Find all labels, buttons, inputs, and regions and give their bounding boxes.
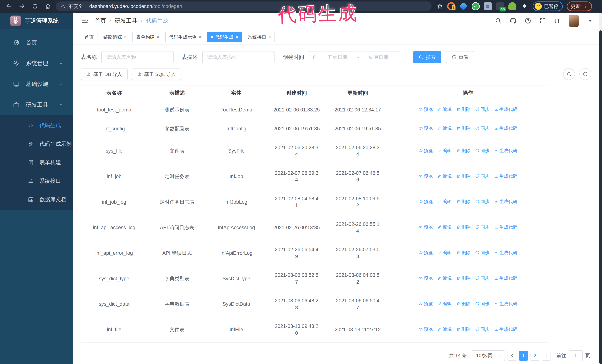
header-search-icon[interactable] [495,17,502,24]
tab-4[interactable]: 代码生成 × [207,32,242,42]
action-generate-link[interactable]: 生成代码 [494,275,517,281]
action-generate-link[interactable]: 生成代码 [494,198,517,205]
sidebar-subitem-0[interactable]: 代码生成 [0,116,73,135]
date-range-picker[interactable]: 开始日期 - 结束日期 [309,51,399,63]
action-generate-link[interactable]: 生成代码 [494,125,517,131]
table-row[interactable]: inf_config 参数配置表 InfConfig 2021-02-06 19… [81,119,548,138]
table-row[interactable]: sys_file 文件表 SysFile 2021-02-06 20:28:3 … [81,138,548,164]
sidebar-logo-row[interactable]: 芋道管理系统 [0,13,73,29]
sidebar-item-1[interactable]: 系统管理 [0,53,73,74]
sidebar-item-0[interactable]: 首页 [0,32,73,53]
action-preview-link[interactable]: 预览 [419,224,433,230]
browser-forward-button[interactable] [17,1,27,11]
table-desc-input[interactable] [202,51,275,63]
action-delete-link[interactable]: 删除 [456,250,471,256]
help-icon[interactable] [525,17,531,24]
action-delete-link[interactable]: 删除 [456,224,471,230]
next-page-button[interactable] [542,351,551,361]
page-number-button[interactable]: 2 [530,351,539,361]
action-delete-link[interactable]: 删除 [456,198,471,205]
sidebar-subitem-2[interactable]: 表单构建 [0,153,73,172]
action-preview-link[interactable]: 预览 [419,250,433,256]
action-sync-link[interactable]: 同步 [475,198,490,205]
action-edit-link[interactable]: 编辑 [437,326,452,332]
action-edit-link[interactable]: 编辑 [437,250,452,256]
extension-icon-6[interactable] [508,2,516,10]
action-sync-link[interactable]: 同步 [475,326,490,332]
site-security-label[interactable]: 不安全 [68,3,83,10]
action-generate-link[interactable]: 生成代码 [494,147,517,154]
url-bar[interactable]: 不安全 dashboard.yudao.iocoder.cn/tool/code… [55,1,431,11]
tab-2[interactable]: 表单构建 × [132,32,163,42]
sidebar-toggle-hamburger-icon[interactable] [81,17,88,24]
action-delete-link[interactable]: 删除 [456,125,471,131]
tab-0[interactable]: 首页 [81,32,97,42]
scrollbar-track[interactable] [599,13,602,364]
table-row[interactable]: inf_file 文件表 InfFile 2021-03-13 09:43:2 … [81,317,548,343]
end-date-placeholder[interactable]: 结束日期 [362,54,395,61]
extension-icon-5[interactable]: on [496,2,504,10]
browser-update-button[interactable]: 更新 [567,1,592,11]
action-edit-link[interactable]: 编辑 [437,147,452,154]
action-edit-link[interactable]: 编辑 [437,106,452,112]
fullscreen-icon[interactable] [539,17,546,24]
table-row[interactable]: sys_dict_type 字典类型表 SysDictType 2021-03-… [81,266,548,291]
action-sync-link[interactable]: 同步 [475,106,490,112]
toggle-search-button[interactable] [563,68,575,80]
tab-1[interactable]: 链路追踪 × [100,32,130,42]
url-text[interactable]: dashboard.yudao.iocoder.cn/tool/codegen [89,3,182,9]
search-button[interactable]: 搜索 [413,51,441,63]
table-row[interactable]: inf_job 定时任务表 InfJob 2021-02-07 06:39:3 … [81,164,548,189]
start-date-placeholder[interactable]: 开始日期 [321,54,354,61]
scrollbar-thumb[interactable] [599,30,602,364]
action-preview-link[interactable]: 预览 [419,173,433,179]
action-generate-link[interactable]: 生成代码 [494,106,517,112]
import-sql-button[interactable]: 基于 SQL 导入 [132,69,181,80]
action-generate-link[interactable]: 生成代码 [494,224,517,230]
action-edit-link[interactable]: 编辑 [437,125,452,131]
extension-icon-3[interactable] [472,2,480,10]
action-sync-link[interactable]: 同步 [475,301,490,307]
action-preview-link[interactable]: 预览 [419,301,433,307]
action-edit-link[interactable]: 编辑 [437,275,452,281]
browser-menu-dots-icon[interactable] [583,4,588,9]
table-row[interactable]: inf_api_error_log API 错误日志 InfApiErrorLo… [81,240,548,266]
action-generate-link[interactable]: 生成代码 [494,326,517,332]
tab-5[interactable]: 系统接口 × [244,32,275,42]
avatar-caret-down-icon[interactable] [587,17,593,24]
close-tab-icon[interactable]: × [269,35,271,40]
action-delete-link[interactable]: 删除 [456,106,471,112]
sidebar-subitem-3[interactable]: 系统接口 [0,172,73,190]
action-delete-link[interactable]: 删除 [456,173,471,179]
action-preview-link[interactable]: 预览 [419,147,433,154]
sidebar-item-2[interactable]: 基础设施 [0,74,73,94]
action-sync-link[interactable]: 同步 [475,224,490,230]
action-edit-link[interactable]: 编辑 [437,301,452,307]
refresh-table-button[interactable] [580,68,591,80]
action-delete-link[interactable]: 删除 [456,326,471,332]
reset-button[interactable]: 重置 [446,51,474,63]
action-preview-link[interactable]: 预览 [419,326,433,332]
table-name-input[interactable] [101,51,173,63]
table-row[interactable]: tool_test_demo 测试示例表 ToolTestDemo 2021-0… [81,100,548,119]
page-size-select[interactable]: 10条/页 [472,350,505,361]
sidebar-item-3[interactable]: 研发工具 [0,94,73,115]
close-tab-icon[interactable]: × [236,35,238,40]
action-preview-link[interactable]: 预览 [419,198,433,205]
action-edit-link[interactable]: 编辑 [437,198,452,205]
goto-page-input[interactable] [569,350,583,361]
close-tab-icon[interactable]: × [124,35,127,40]
action-generate-link[interactable]: 生成代码 [494,173,517,179]
sidebar-subitem-4[interactable]: 数据库文档 [0,190,73,209]
action-preview-link[interactable]: 预览 [419,125,433,131]
action-sync-link[interactable]: 同步 [475,275,490,281]
action-sync-link[interactable]: 同步 [475,173,490,179]
action-sync-link[interactable]: 同步 [475,250,490,256]
bookmark-star-icon[interactable] [437,3,443,10]
close-tab-icon[interactable]: × [199,35,201,40]
page-number-button[interactable]: 1 [519,351,528,361]
font-size-icon[interactable]: tT [554,17,560,24]
browser-back-button[interactable] [4,1,14,11]
action-edit-link[interactable]: 编辑 [437,173,452,179]
breadcrumb-item-tools[interactable]: 研发工具 [115,17,137,25]
